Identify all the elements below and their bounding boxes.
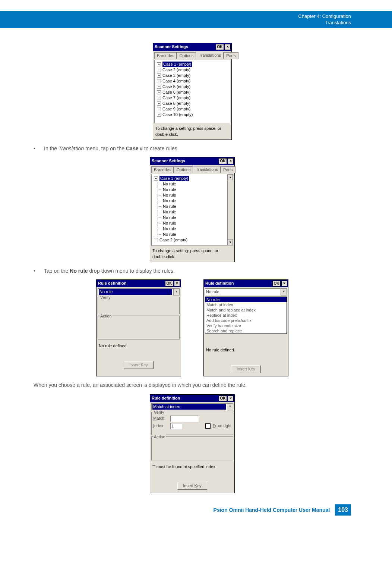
expand-icon[interactable]: + [157, 90, 161, 94]
translations-tree[interactable]: +Case 1 (empty) +Case 2 (empty) +Case 3 … [154, 60, 230, 123]
bullet-marker: • [34, 145, 44, 153]
index-input[interactable]: 1 [170, 423, 182, 429]
window-title: Rule definition [98, 281, 126, 286]
expand-icon[interactable]: + [157, 101, 161, 106]
dropdown-icon[interactable]: ▼ [281, 288, 287, 295]
scroll-up-icon[interactable]: ▲ [228, 174, 233, 180]
page-number: 103 [335, 504, 351, 516]
rule-definition-window-closed: Rule definition OK × No rule ▼ Verify Ac… [96, 279, 181, 376]
titlebar: Rule definition OK × [150, 395, 234, 402]
tree-subitem[interactable]: No rule [154, 220, 231, 226]
tree-subitem[interactable]: No rule [154, 215, 231, 220]
ok-button[interactable]: OK [272, 281, 281, 286]
tree-item[interactable]: +Case 1 (empty) [157, 62, 228, 67]
norule-label: No rule [163, 192, 176, 198]
expand-icon[interactable]: + [154, 238, 158, 242]
from-right-checkbox[interactable] [205, 423, 211, 429]
list-item[interactable]: Search and replace [205, 328, 287, 334]
translations-tree-expanded[interactable]: −Case 1 (empty) No rule No rule No rule … [151, 174, 233, 245]
expand-icon[interactable]: + [157, 85, 161, 89]
expand-icon[interactable]: + [157, 73, 161, 78]
match-input[interactable] [170, 416, 199, 422]
tree-item[interactable]: +Case 9 (empty) [157, 106, 228, 112]
case-label: Case 1 (empty) [159, 176, 189, 181]
expand-icon[interactable]: + [157, 62, 161, 66]
tree-subitem[interactable]: No rule [154, 226, 231, 232]
footer: Psion Omnii Hand-Held Computer User Manu… [0, 504, 351, 516]
tree-item[interactable]: +Case 7 (empty) [157, 95, 228, 101]
case-label: Case 2 (empty) [162, 67, 190, 73]
list-item[interactable]: No rule [205, 297, 287, 302]
verify-group: Verify Match: Index: 1 From right [151, 412, 233, 435]
case-label: Case 9 (empty) [162, 106, 190, 112]
tree-item[interactable]: +Case 2 (empty) [157, 67, 228, 73]
expand-icon[interactable]: + [157, 113, 161, 117]
insert-key-button[interactable]: Insert Key [177, 482, 207, 490]
tree-item[interactable]: +Case 4 (empty) [157, 78, 228, 84]
window-title: Rule definition [205, 281, 234, 286]
expand-icon[interactable]: + [157, 79, 161, 83]
close-icon[interactable]: × [174, 281, 180, 286]
case-label: Case 5 (empty) [162, 84, 190, 90]
scrollbar[interactable]: ▲ ▼ [227, 174, 233, 245]
tree-subitem[interactable]: No rule [154, 204, 231, 209]
tab-ports[interactable]: Ports [224, 52, 238, 59]
tree-item[interactable]: +Case 2 (empty) [154, 237, 231, 243]
norule-label: No rule [163, 220, 176, 226]
titlebar: Scanner Settings OK × [150, 157, 234, 165]
tab-barcodes[interactable]: Barcodes [154, 52, 177, 59]
close-icon[interactable]: × [228, 395, 234, 401]
tree-item[interactable]: +Case 10 (empty) [157, 112, 228, 118]
tree-subitem[interactable]: No rule [154, 181, 231, 187]
tab-options[interactable]: Options [174, 166, 193, 173]
match-label: Match: [153, 416, 168, 421]
close-icon[interactable]: × [281, 281, 287, 286]
rule-options-list[interactable]: No rule Match at index Match and replace… [205, 297, 287, 334]
tree-item[interactable]: +Case 6 (empty) [157, 90, 228, 95]
norule-label: No rule [163, 226, 176, 232]
text: menu, tap on the [84, 145, 126, 151]
expand-icon[interactable]: + [157, 68, 161, 72]
tab-barcodes[interactable]: Barcodes [151, 166, 174, 173]
tree-subitem[interactable]: No rule [154, 187, 231, 192]
list-item[interactable]: Verify barcode size [205, 323, 287, 328]
ok-button[interactable]: OK [165, 281, 173, 286]
ok-button[interactable]: OK [219, 158, 227, 164]
tab-translations[interactable]: Translations [193, 166, 221, 173]
tab-translations[interactable]: Translations [196, 52, 224, 59]
list-item[interactable]: Add barcode prefix/suffix [205, 318, 287, 323]
rule-combo[interactable]: No rule ▼ [205, 288, 287, 295]
close-icon[interactable]: × [225, 44, 231, 50]
tree-subitem[interactable]: No rule [154, 232, 231, 237]
tree-item[interactable]: +Case 3 (empty) [157, 73, 228, 78]
expand-icon[interactable]: + [157, 96, 161, 100]
combo-value: No rule [205, 288, 281, 295]
case-label: Case 4 (empty) [162, 78, 190, 84]
tree-item[interactable]: +Case 5 (empty) [157, 84, 228, 90]
dropdown-icon[interactable]: ▼ [173, 288, 180, 295]
verify-group: Verify [98, 297, 180, 314]
tree-subitem[interactable]: No rule [154, 198, 231, 204]
list-item[interactable]: Match and replace at index [205, 307, 287, 313]
case-label: Case 8 (empty) [162, 101, 190, 106]
list-item[interactable]: Match at index [205, 302, 287, 307]
case-label: Case 7 (empty) [162, 95, 190, 101]
tree-item[interactable]: +Case 8 (empty) [157, 101, 228, 106]
norule-label: No rule [163, 198, 176, 204]
status-message: "" must be found at specified index. [150, 462, 234, 480]
list-item[interactable]: Replace at index [205, 313, 287, 318]
ok-button[interactable]: OK [219, 395, 227, 401]
tree-subitem[interactable]: No rule [154, 209, 231, 215]
tree-subitem[interactable]: No rule [154, 192, 231, 198]
status-hint: To change a setting: press space, or dou… [153, 124, 231, 140]
ok-button[interactable]: OK [216, 44, 224, 50]
tab-ports[interactable]: Ports [221, 166, 235, 173]
text: drop-down menu to display the rules. [88, 268, 175, 274]
dropdown-icon[interactable]: ▼ [227, 403, 233, 410]
scroll-down-icon[interactable]: ▼ [228, 239, 233, 245]
bullet-item: • In the Translation menu, tap on the Ca… [34, 145, 351, 153]
tab-options[interactable]: Options [177, 52, 196, 59]
tree-item[interactable]: −Case 1 (empty) [154, 176, 231, 181]
expand-icon[interactable]: + [157, 107, 161, 111]
close-icon[interactable]: × [228, 158, 234, 164]
